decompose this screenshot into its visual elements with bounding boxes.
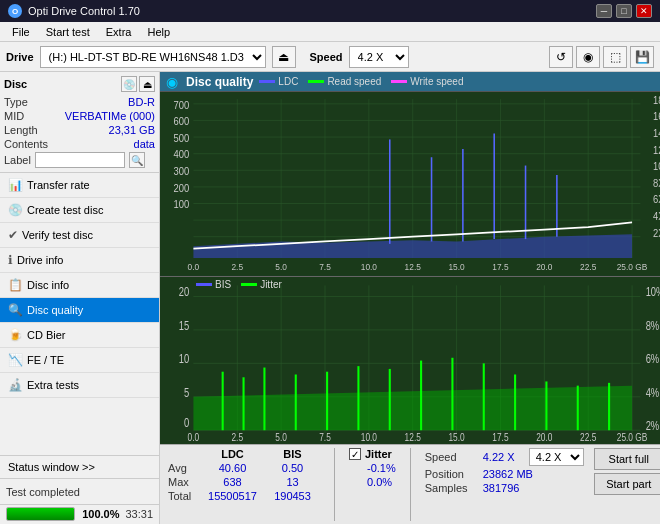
avg-row: Avg 40.60 0.50 [168,462,320,474]
svg-text:2.5: 2.5 [231,261,243,272]
sidebar-item-disc-quality[interactable]: 🔍 Disc quality [0,298,159,323]
disc-icon-btn1[interactable]: 💿 [121,76,137,92]
avg-jitter: -0.1% [349,462,396,474]
max-label: Max [168,476,200,488]
start-full-button[interactable]: Start full [594,448,660,470]
svg-text:10: 10 [179,352,189,366]
disc-type-row: Type BD-R [4,96,155,108]
sidebar-item-transfer-rate[interactable]: 📊 Transfer rate [0,173,159,198]
samples-row: Samples 381796 [425,482,584,494]
disc-icon-btn2[interactable]: ⏏ [139,76,155,92]
speed-row: Speed 4.22 X 4.2 X [425,448,584,466]
max-row: Max 638 13 [168,476,320,488]
close-button[interactable]: ✕ [636,4,652,18]
right-panel: ◉ Disc quality LDC Read speed Write spee… [160,72,660,524]
start-part-button[interactable]: Start part [594,473,660,495]
drive-icon-group: ↺ ◉ ⬚ 💾 [549,46,654,68]
svg-text:16X: 16X [653,111,660,123]
svg-text:22.5: 22.5 [580,431,597,443]
disc-type-value: BD-R [128,96,155,108]
sidebar-item-drive-info[interactable]: ℹ Drive info [0,248,159,273]
disc-label-input[interactable] [35,152,125,168]
fe-te-label: FE / TE [27,354,64,366]
chart-header: ◉ Disc quality LDC Read speed Write spee… [160,72,660,92]
svg-text:6%: 6% [646,352,660,366]
speed-label: Speed [310,51,343,63]
sidebar-item-fe-te[interactable]: 📉 FE / TE [0,348,159,373]
sidebar-item-disc-info[interactable]: 📋 Disc info [0,273,159,298]
svg-text:200: 200 [174,182,190,194]
svg-text:10%: 10% [646,285,660,299]
position-row: Position 23862 MB [425,468,584,480]
stats-bar: LDC BIS Avg 40.60 0.50 Max 638 13 Tota [160,444,660,524]
svg-text:500: 500 [174,132,190,144]
status-window-button[interactable]: Status window >> [0,455,159,478]
speed-select[interactable]: 4.2 X [349,46,409,68]
svg-text:18X: 18X [653,94,660,106]
maximize-button[interactable]: □ [616,4,632,18]
menu-help[interactable]: Help [139,24,178,40]
minimize-button[interactable]: ─ [596,4,612,18]
speed-dropdown[interactable]: 4.2 X [529,448,584,466]
chart-icon: ◉ [166,74,178,90]
progress-percent: 100.0% [81,508,119,520]
disc-header: Disc 💿 ⏏ [4,76,155,92]
menu-bar: File Start test Extra Help [0,22,660,42]
speed-label: Speed [425,451,477,463]
svg-text:5.0: 5.0 [275,261,287,272]
svg-text:20.0: 20.0 [536,261,552,272]
disc-quality-icon: 🔍 [8,303,23,317]
progress-bar-row: 100.0% 33:31 [0,504,159,524]
menu-extra[interactable]: Extra [98,24,140,40]
eject-button[interactable]: ⏏ [272,46,296,68]
disc-label-btn[interactable]: 🔍 [129,152,145,168]
status-window-label: Status window >> [8,461,95,473]
svg-text:15: 15 [179,318,189,332]
chart-title: Disc quality [186,75,253,89]
ldc-bis-stats: LDC BIS Avg 40.60 0.50 Max 638 13 Tota [168,448,320,502]
refresh-button[interactable]: ↺ [549,46,573,68]
sidebar-item-cd-bier[interactable]: 🍺 CD Bier [0,323,159,348]
title-bar: O Opti Drive Control 1.70 ─ □ ✕ [0,0,660,22]
disc-quality-label: Disc quality [27,304,83,316]
disc-contents-label: Contents [4,138,48,150]
disc-info-icon: 📋 [8,278,23,292]
sidebar-item-verify-test-disc[interactable]: ✔ Verify test disc [0,223,159,248]
sidebar-item-create-test-disc[interactable]: 💿 Create test disc [0,198,159,223]
legend-bis-color [196,283,212,286]
svg-text:6X: 6X [653,194,660,206]
svg-text:22.5: 22.5 [580,261,596,272]
svg-text:0.0: 0.0 [188,261,200,272]
ldc-col-header: LDC [200,448,265,460]
nav-items: 📊 Transfer rate 💿 Create test disc ✔ Ver… [0,173,159,455]
legend-bis: BIS [196,279,231,290]
legend-ldc-color [259,80,275,83]
legend-ldc: LDC [259,76,298,87]
grid-icon-button[interactable]: ⬚ [603,46,627,68]
svg-text:12X: 12X [653,144,660,156]
transfer-rate-label: Transfer rate [27,179,90,191]
svg-text:25.0 GB: 25.0 GB [617,261,648,272]
menu-start-test[interactable]: Start test [38,24,98,40]
disc-icon-button[interactable]: ◉ [576,46,600,68]
menu-file[interactable]: File [4,24,38,40]
save-icon-button[interactable]: 💾 [630,46,654,68]
start-buttons: Start full Start part [594,448,660,495]
avg-label: Avg [168,462,200,474]
sidebar-item-extra-tests[interactable]: 🔬 Extra tests [0,373,159,398]
disc-length-row: Length 23,31 GB [4,124,155,136]
progress-bar-fill [7,508,74,520]
progress-time: 33:31 [125,508,153,520]
drive-select[interactable]: (H:) HL-DT-ST BD-RE WH16NS48 1.D3 [40,46,266,68]
svg-text:17.5: 17.5 [492,261,508,272]
disc-contents-row: Contents data [4,138,155,150]
jitter-checkbox[interactable]: ✓ [349,448,361,460]
svg-text:700: 700 [174,99,190,111]
samples-label: Samples [425,482,477,494]
progress-label: Test completed [6,486,80,498]
speed-value: 4.22 X [483,451,523,463]
svg-text:12.5: 12.5 [405,261,421,272]
svg-text:2X: 2X [653,227,660,239]
main-layout: Disc 💿 ⏏ Type BD-R MID VERBATIMe (000) L… [0,72,660,524]
verify-disc-icon: ✔ [8,228,18,242]
